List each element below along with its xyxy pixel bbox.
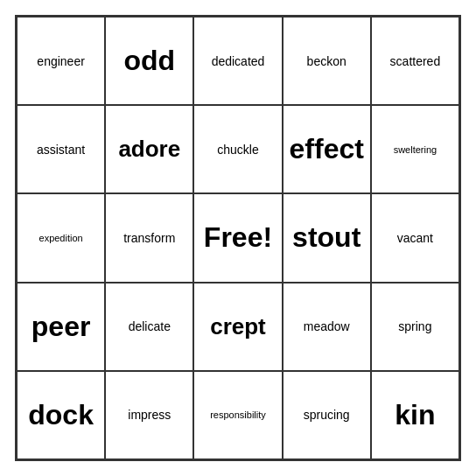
bingo-cell: chuckle [193, 105, 282, 193]
bingo-cell: meadow [283, 283, 371, 371]
bingo-cell: expedition [17, 193, 105, 282]
bingo-cell: effect [283, 105, 371, 193]
bingo-cell: assistant [17, 105, 105, 193]
bingo-cell: dedicated [193, 17, 282, 105]
bingo-board: engineerodddedicatedbeckonscatteredassis… [15, 15, 461, 461]
bingo-cell: dock [17, 371, 105, 459]
bingo-cell: scattered [371, 17, 459, 105]
bingo-cell: beckon [283, 17, 371, 105]
bingo-cell: transform [105, 193, 193, 282]
bingo-cell: sprucing [283, 371, 371, 459]
bingo-cell: vacant [371, 193, 459, 282]
bingo-cell: stout [283, 193, 371, 282]
bingo-cell: crept [193, 283, 282, 371]
bingo-cell: peer [17, 283, 105, 371]
bingo-cell: Free! [193, 193, 282, 282]
bingo-cell: spring [371, 283, 459, 371]
bingo-cell: odd [105, 17, 193, 105]
bingo-cell: impress [105, 371, 193, 459]
bingo-cell: adore [105, 105, 193, 193]
bingo-cell: delicate [105, 283, 193, 371]
bingo-cell: kin [371, 371, 459, 459]
bingo-cell: sweltering [371, 105, 459, 193]
bingo-cell: engineer [17, 17, 105, 105]
bingo-cell: responsibility [193, 371, 282, 459]
